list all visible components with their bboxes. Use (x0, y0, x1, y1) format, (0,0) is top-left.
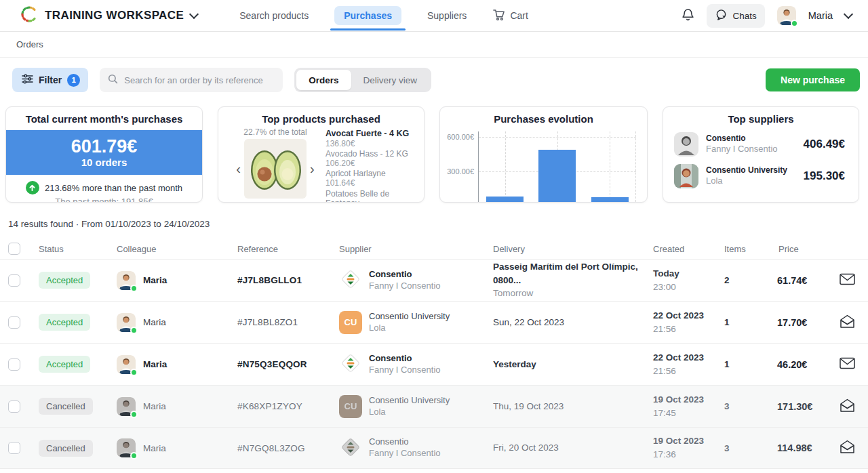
supplier-name: Consentio (369, 269, 441, 281)
top-products-list: Avocat Fuerte - 4 KG 136.80€ Avocado Has… (326, 126, 414, 203)
y-axis-tick: 0.00€ (455, 202, 474, 203)
table-row[interactable]: Accepted Maria #N75Q3EQQOR (0, 343, 868, 385)
product-list-item: Potatoes Belle de Fontenay 60.45€ (326, 189, 414, 203)
bar-w44 (591, 197, 629, 203)
order-reference: #K68XP1ZYOY (229, 401, 331, 411)
user-name[interactable]: Maria (808, 10, 833, 21)
new-purchase-button[interactable]: New purchase (766, 68, 860, 91)
delta-text: 213.68% more than the past month (45, 183, 182, 193)
carousel-next-icon[interactable]: › (310, 162, 315, 176)
envelope-closed-icon (840, 357, 855, 371)
table-row[interactable]: Accepted Maria #J7L8BL8ZO1 (0, 301, 868, 343)
top-supplier-item: Consentio University Lola 195.30€ (663, 164, 859, 188)
carousel-prev-icon[interactable]: ‹ (236, 162, 241, 176)
colleague-name: Maria (143, 317, 166, 327)
breadcrumb-orders[interactable]: Orders (16, 39, 43, 49)
message-button[interactable] (826, 273, 868, 287)
items-count: 1 (716, 317, 769, 327)
items-count: 1 (716, 359, 769, 369)
nav-search-products[interactable]: Search products (239, 10, 309, 21)
search-icon (108, 74, 118, 87)
status-badge: Accepted (39, 356, 90, 373)
items-count: 2 (716, 275, 769, 285)
user-avatar[interactable] (777, 6, 796, 25)
supplier-logo: CU (339, 269, 362, 292)
select-all-checkbox[interactable] (8, 243, 20, 255)
supplier-contact: Fanny I Consentio (369, 365, 441, 376)
delivery-date: Fri, 20 Oct 2023 (493, 441, 645, 455)
total-amount-banner: 601.79€ 10 orders (6, 130, 202, 175)
created-date: 19 Oct 2023 (653, 434, 716, 448)
top-supplier-item: Consentio Fanny I Consentio 406.49€ (663, 132, 859, 157)
message-button[interactable] (826, 398, 868, 415)
row-checkbox[interactable] (8, 358, 20, 371)
message-button[interactable] (826, 440, 868, 456)
workspace-chevron-down-icon[interactable] (189, 9, 199, 19)
items-count: 3 (716, 401, 769, 411)
created-date: Today (653, 267, 716, 281)
delivery-secondary: Tomorrow (493, 287, 645, 300)
order-price: 17.70€ (769, 317, 826, 328)
product-list-item: Avocado Hass - 12 KG 106.20€ (326, 149, 414, 168)
order-reference: #J7L8BL8ZO1 (229, 317, 331, 327)
order-price: 114.98€ (769, 443, 826, 453)
nav-suppliers[interactable]: Suppliers (427, 10, 467, 21)
supplier-name: Consentio University (369, 311, 450, 323)
status-badge: Accepted (39, 272, 90, 289)
bar-w43 (538, 150, 576, 203)
message-button[interactable] (826, 314, 868, 331)
status-badge: Accepted (39, 314, 90, 331)
workspace-name[interactable]: TRAINING WORKSPACE (45, 9, 184, 22)
colleague-avatar (117, 313, 136, 332)
total-amount: 601.79€ (71, 137, 138, 156)
table-row[interactable]: Cancelled Maria #N7GQ8L3ZOG (0, 427, 868, 469)
row-checkbox[interactable] (8, 274, 20, 287)
table-header: Status Colleague Reference Supplier Deli… (0, 239, 868, 259)
order-reference: #J7L8BGLLO1 (229, 275, 331, 285)
table-row[interactable]: Cancelled Maria #K68XP1ZYOY (0, 385, 868, 427)
orders-table: Accepted Maria #J7L8BGLLO1 (0, 259, 868, 469)
col-created: Created (645, 244, 716, 254)
notifications-bell-button[interactable] (682, 7, 694, 24)
online-status-dot (130, 285, 138, 292)
top-navbar: TRAINING WORKSPACE Search products Purch… (0, 0, 868, 32)
cart-icon (492, 9, 505, 23)
order-search-input[interactable] (124, 75, 275, 85)
supplier-contact: Fanny I Consentio (369, 448, 441, 459)
supplier-logo: CU (339, 436, 362, 459)
created-time: 17:36 (653, 448, 716, 461)
filter-count-badge: 1 (67, 74, 80, 87)
nav-purchases[interactable]: Purchases (334, 6, 401, 25)
summary-cards: Total current month's purchases 601.79€ … (5, 106, 860, 203)
row-checkbox[interactable] (8, 442, 20, 454)
order-price: 61.74€ (769, 275, 826, 286)
row-checkbox[interactable] (8, 400, 20, 413)
consentio-university-icon: CU (339, 311, 362, 334)
supplier-logo: CU (339, 395, 362, 418)
colleague-avatar (117, 438, 136, 457)
supplier-contact: Lola (369, 407, 450, 418)
row-checkbox[interactable] (8, 316, 20, 329)
delivery-date: Thu, 19 Oct 2023 (493, 400, 645, 413)
top-suppliers-title: Top suppliers (663, 107, 859, 125)
created-time: 21:56 (653, 365, 716, 378)
colleague-name: Maria (143, 359, 167, 369)
filter-button[interactable]: Filter 1 (12, 68, 88, 92)
orders-toolbar: Filter 1 Orders Delivery view New purcha… (5, 68, 860, 92)
product-list-item: Avocat Fuerte - 4 KG 136.80€ (326, 129, 414, 148)
supplier-name: Consentio (369, 353, 441, 365)
nav-cart[interactable]: Cart (492, 9, 528, 23)
user-menu-chevron-down-icon[interactable] (844, 9, 853, 19)
created-time: 17:45 (653, 407, 716, 420)
table-row[interactable]: Accepted Maria #J7L8BGLLO1 (0, 259, 868, 301)
order-search-box[interactable] (100, 68, 283, 92)
consentio-diamond-icon (339, 352, 362, 377)
toggle-delivery-view[interactable]: Delivery view (351, 70, 430, 90)
toggle-orders[interactable]: Orders (296, 70, 351, 90)
col-colleague: Colleague (108, 244, 229, 254)
chats-button[interactable]: Chats (707, 4, 764, 28)
message-button[interactable] (826, 357, 868, 371)
total-orders-count: 10 orders (81, 157, 127, 168)
colleague-name: Maria (143, 443, 166, 453)
supplier-name: Consentio (369, 436, 441, 448)
